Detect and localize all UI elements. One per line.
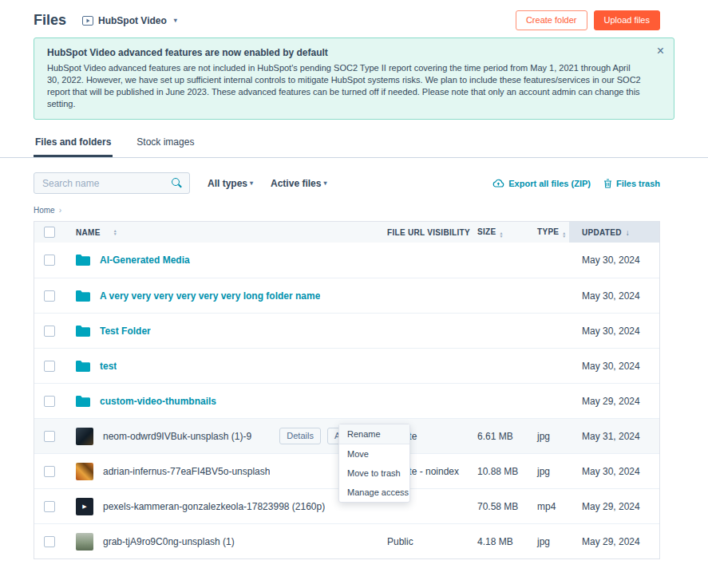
breadcrumb-home[interactable]: Home xyxy=(34,206,55,215)
type-filter-label: All types xyxy=(208,178,247,189)
breadcrumb: Home › xyxy=(34,206,674,215)
sort-icon xyxy=(113,229,117,235)
file-name[interactable]: adrian-infernus-77eaFI4BV5o-unsplash xyxy=(103,466,270,477)
table-header-row: NAME FILE URL VISIBILITY SIZE TYPE UPDAT… xyxy=(34,222,659,243)
updated-cell: May 29, 2024 xyxy=(569,501,659,512)
chevron-down-icon: ▾ xyxy=(174,17,177,24)
folder-name-link[interactable]: A very very very very very very long fol… xyxy=(100,290,320,302)
row-checkbox[interactable] xyxy=(44,255,55,266)
play-icon: ▶ xyxy=(82,503,86,509)
table-row[interactable]: grab-tjA9ro9C0ng-unsplash (1) Public 4.1… xyxy=(34,523,659,558)
row-checkbox[interactable] xyxy=(44,501,55,512)
updated-cell: May 30, 2024 xyxy=(569,326,659,337)
close-icon[interactable]: × xyxy=(657,45,664,57)
search-box xyxy=(34,172,190,194)
alert-banner: HubSpot Video advanced features are now … xyxy=(34,37,674,120)
updated-cell: May 31, 2024 xyxy=(569,431,659,442)
row-checkbox[interactable] xyxy=(44,290,55,302)
file-name[interactable]: pexels-kammeran-gonzalezkeola-17823998 (… xyxy=(103,501,325,512)
table-row[interactable]: test May 30, 2024 xyxy=(34,348,659,383)
file-thumbnail xyxy=(76,533,93,551)
upload-files-button[interactable]: Upload files xyxy=(594,10,660,30)
sort-descending-icon xyxy=(626,228,630,237)
video-file-icon xyxy=(82,16,93,26)
header-updated-label: UPDATED xyxy=(582,228,622,237)
header-name-label: NAME xyxy=(76,228,101,237)
create-folder-button[interactable]: Create folder xyxy=(516,10,587,30)
file-thumbnail xyxy=(76,463,93,480)
row-checkbox[interactable] xyxy=(44,466,55,477)
header-updated[interactable]: UPDATED xyxy=(569,222,659,243)
menu-item-rename[interactable]: Rename xyxy=(339,424,409,444)
updated-cell: May 30, 2024 xyxy=(569,255,659,266)
table-row[interactable]: custom-video-thumbnails May 29, 2024 xyxy=(34,383,659,418)
status-filter-dropdown[interactable]: Active files ▾ xyxy=(271,178,326,189)
chevron-down-icon: ▾ xyxy=(250,180,253,187)
export-all-files-link[interactable]: Export all files (ZIP) xyxy=(492,179,591,188)
row-checkbox[interactable] xyxy=(44,536,55,547)
file-thumbnail xyxy=(76,428,93,445)
header-type[interactable]: TYPE xyxy=(537,227,569,238)
top-bar: Files HubSpot Video ▾ Create folder Uplo… xyxy=(0,0,708,30)
header-size[interactable]: SIZE xyxy=(477,227,537,238)
table-row[interactable]: AI-Generated Media May 30, 2024 xyxy=(34,243,659,278)
folder-icon xyxy=(76,396,90,407)
search-icon[interactable] xyxy=(172,178,182,188)
type-cell: jpg xyxy=(537,466,569,477)
tab-stock-images[interactable]: Stock images xyxy=(135,132,196,157)
folder-name-link[interactable]: custom-video-thumbnails xyxy=(100,396,216,407)
folder-name-link[interactable]: Test Folder xyxy=(100,326,151,337)
workspace-label: HubSpot Video xyxy=(98,15,167,26)
updated-cell: May 30, 2024 xyxy=(569,466,659,477)
select-all-checkbox[interactable] xyxy=(44,227,55,238)
menu-item-move[interactable]: Move xyxy=(339,444,409,464)
updated-cell: May 29, 2024 xyxy=(569,536,659,547)
status-filter-label: Active files xyxy=(271,178,321,189)
folder-name-link[interactable]: test xyxy=(100,361,117,372)
row-checkbox[interactable] xyxy=(44,326,55,337)
header-name[interactable]: NAME xyxy=(71,228,387,237)
header-type-label: TYPE xyxy=(537,227,559,236)
folder-icon xyxy=(76,361,90,372)
actions-dropdown-menu: Rename Move Move to trash Manage access xyxy=(338,424,410,503)
file-name[interactable]: neom-odwrd9IVBuk-unsplash (1)-9 xyxy=(103,431,251,442)
alert-body: HubSpot Video advanced features are not … xyxy=(47,62,642,110)
files-trash-label: Files trash xyxy=(616,179,660,188)
table-row[interactable]: A very very very very very very long fol… xyxy=(34,278,659,313)
video-thumbnail: ▶ xyxy=(76,498,93,515)
file-name[interactable]: grab-tjA9ro9C0ng-unsplash (1) xyxy=(103,536,235,547)
type-cell: jpg xyxy=(537,536,569,547)
folder-icon xyxy=(76,326,90,337)
chevron-right-icon: › xyxy=(59,206,61,215)
alert-title: HubSpot Video advanced features are now … xyxy=(47,47,642,58)
menu-item-move-to-trash[interactable]: Move to trash xyxy=(339,464,409,483)
filter-row: All types ▾ Active files ▾ Export all fi… xyxy=(34,172,660,194)
menu-item-manage-access[interactable]: Manage access xyxy=(339,483,409,502)
details-button[interactable]: Details xyxy=(279,428,321,444)
updated-cell: May 29, 2024 xyxy=(569,396,659,407)
updated-cell: May 30, 2024 xyxy=(569,290,659,302)
page-title: Files xyxy=(34,12,66,29)
trash-icon xyxy=(603,179,612,188)
files-trash-link[interactable]: Files trash xyxy=(603,179,660,188)
workspace-selector[interactable]: HubSpot Video ▾ xyxy=(82,15,177,26)
cloud-upload-icon xyxy=(492,179,504,188)
updated-cell: May 30, 2024 xyxy=(569,361,659,372)
size-cell: 6.61 MB xyxy=(477,431,537,442)
visibility-cell: Public xyxy=(387,536,477,547)
type-cell: mp4 xyxy=(537,501,569,512)
folder-icon xyxy=(76,255,90,266)
header-visibility[interactable]: FILE URL VISIBILITY xyxy=(387,228,477,237)
row-checkbox[interactable] xyxy=(44,431,55,442)
row-checkbox[interactable] xyxy=(44,361,55,372)
export-all-files-label: Export all files (ZIP) xyxy=(508,179,591,188)
tab-files-and-folders[interactable]: Files and folders xyxy=(34,132,113,157)
search-input[interactable] xyxy=(34,172,190,194)
folder-name-link[interactable]: AI-Generated Media xyxy=(100,255,190,266)
type-filter-dropdown[interactable]: All types ▾ xyxy=(208,178,253,189)
size-cell: 70.58 MB xyxy=(477,501,537,512)
row-checkbox[interactable] xyxy=(44,396,55,407)
table-row[interactable]: Test Folder May 30, 2024 xyxy=(34,313,659,348)
sort-icon xyxy=(499,231,503,238)
select-all-checkbox-cell xyxy=(34,227,71,238)
